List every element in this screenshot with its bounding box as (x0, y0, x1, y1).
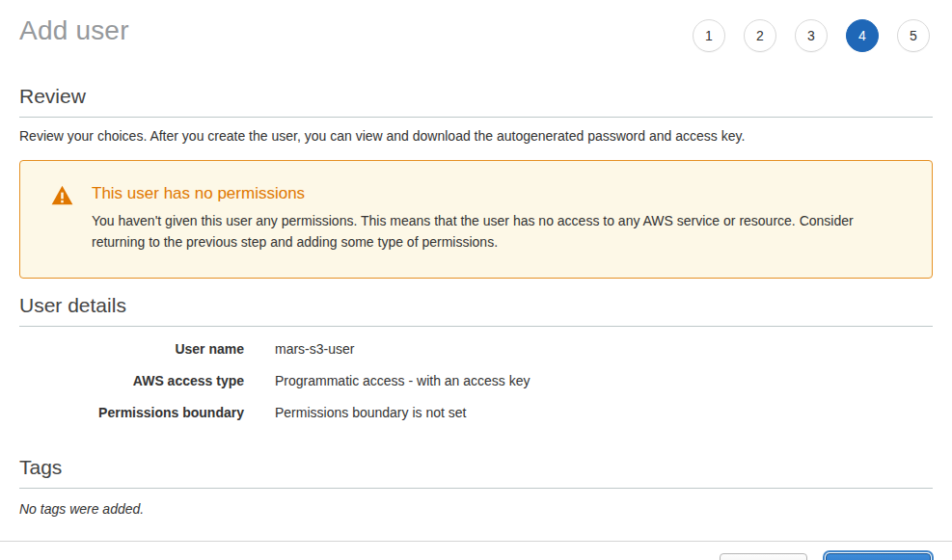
table-row: Permissions boundary Permissions boundar… (19, 405, 933, 420)
warning-text: This user has no permissions You haven't… (92, 184, 899, 253)
divider (19, 326, 933, 327)
user-name-value: mars-s3-user (275, 341, 354, 357)
table-row: AWS access type Programmatic access - wi… (19, 373, 933, 388)
create-user-button[interactable]: Create user (826, 553, 931, 560)
user-details-heading: User details (19, 294, 933, 317)
review-heading: Review (19, 85, 933, 108)
step-indicator-1: 1 (693, 19, 725, 52)
user-details-table: User name mars-s3-user AWS access type P… (19, 341, 933, 420)
user-name-label: User name (19, 341, 244, 357)
step-indicator: 1 2 3 4 5 (693, 19, 930, 52)
access-type-label: AWS access type (19, 373, 244, 388)
permissions-boundary-label: Permissions boundary (19, 405, 244, 420)
wizard-footer: Cancel Previous Create user (0, 541, 952, 560)
warning-body: You haven't given this user any permissi… (92, 210, 899, 253)
step-indicator-4-active: 4 (846, 19, 879, 52)
access-type-value: Programmatic access - with an access key (275, 373, 530, 388)
page-title: Add user (19, 15, 129, 46)
wizard-header: Add user 1 2 3 4 5 (0, 0, 952, 52)
divider (19, 488, 933, 489)
review-description: Review your choices. After you create th… (19, 128, 933, 144)
permissions-boundary-value: Permissions boundary is not set (275, 405, 466, 420)
tags-heading: Tags (19, 456, 933, 479)
warning-title: This user has no permissions (92, 184, 899, 203)
tags-empty-text: No tags were added. (19, 501, 933, 517)
warning-triangle-icon (51, 185, 73, 209)
step-indicator-3: 3 (795, 19, 828, 52)
previous-button[interactable]: Previous (720, 553, 807, 560)
table-row: User name mars-s3-user (19, 341, 933, 357)
review-section: Review Review your choices. After you cr… (19, 85, 933, 517)
step-indicator-2: 2 (744, 19, 776, 52)
divider (19, 117, 933, 118)
step-indicator-5: 5 (897, 19, 930, 52)
no-permissions-warning-box: This user has no permissions You haven't… (19, 160, 933, 279)
